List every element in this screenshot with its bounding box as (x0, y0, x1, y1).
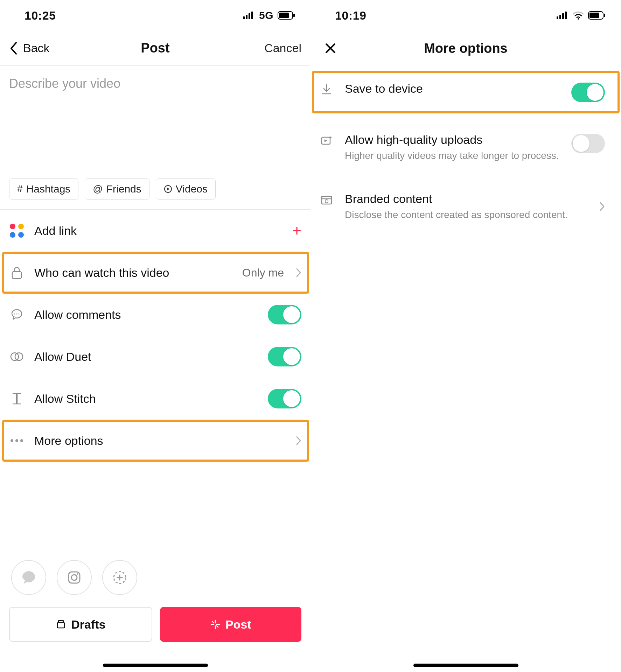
caption-field[interactable]: Describe your video (0, 66, 310, 178)
status-time: 10:25 (25, 9, 56, 22)
status-bar: 10:19 (310, 0, 621, 31)
row-label: More options (34, 434, 284, 448)
battery-icon (588, 11, 606, 20)
chip-label: Videos (176, 183, 208, 195)
svg-rect-2 (249, 13, 250, 19)
allow-comments-row[interactable]: Allow comments (0, 294, 310, 336)
post-button[interactable]: Post (160, 607, 302, 642)
option-label: Save to device (345, 82, 561, 96)
svg-point-17 (77, 573, 78, 575)
branded-content-icon (319, 194, 334, 206)
chevron-right-icon (296, 436, 301, 446)
page-title: More options (310, 41, 621, 56)
wifi-icon (573, 11, 584, 20)
row-value: Only me (242, 266, 284, 279)
option-label: Allow high-quality uploads (345, 133, 561, 147)
share-stories-button[interactable] (102, 560, 137, 595)
cancel-button[interactable]: Cancel (264, 41, 301, 55)
more-options-icon (9, 439, 25, 442)
option-description: Disclose the content created as sponsore… (345, 209, 589, 220)
post-icon (210, 619, 221, 630)
cellular-signal-icon (557, 12, 568, 19)
allow-comments-toggle[interactable] (268, 305, 301, 324)
close-button[interactable] (320, 42, 336, 54)
svg-line-28 (217, 626, 218, 627)
caption-tools-row: # Hashtags @ Friends Videos (0, 178, 310, 209)
who-can-watch-row[interactable]: Who can watch this video Only me (0, 252, 310, 294)
status-bar: 10:25 5G (0, 0, 310, 31)
post-screen: 10:25 5G Back Post Cancel (0, 0, 310, 672)
chevron-right-icon (599, 202, 605, 211)
home-indicator (413, 664, 518, 667)
drafts-icon (56, 619, 66, 630)
svg-rect-30 (559, 15, 561, 19)
add-link-row[interactable]: Add link + (0, 210, 310, 252)
svg-point-10 (14, 313, 15, 314)
svg-point-12 (18, 313, 19, 314)
play-circle-icon (164, 185, 172, 193)
hq-upload-icon (319, 134, 334, 147)
option-label: Branded content (345, 192, 589, 206)
chip-label: Friends (106, 183, 141, 195)
hq-uploads-toggle[interactable] (571, 134, 605, 153)
option-description: Higher quality videos may take longer to… (345, 150, 561, 161)
status-time: 10:19 (335, 9, 366, 22)
row-label: Allow Duet (34, 350, 258, 364)
cellular-signal-icon (243, 12, 255, 19)
videos-chip[interactable]: Videos (156, 178, 216, 200)
friends-chip[interactable]: @ Friends (85, 178, 149, 200)
row-label: Who can watch this video (34, 266, 232, 280)
allow-stitch-toggle[interactable] (268, 389, 301, 408)
svg-marker-42 (325, 139, 327, 142)
nav-bar: Back Post Cancel (0, 31, 310, 66)
svg-rect-9 (12, 272, 21, 279)
network-label: 5G (259, 9, 273, 21)
row-label: Allow comments (34, 308, 258, 322)
plus-icon: + (292, 222, 301, 239)
svg-rect-6 (293, 14, 295, 17)
svg-rect-5 (279, 13, 289, 18)
nav-bar: More options (310, 31, 621, 66)
svg-rect-21 (57, 623, 64, 628)
drafts-button[interactable]: Drafts (9, 607, 152, 642)
caption-placeholder: Describe your video (9, 76, 301, 91)
home-indicator (103, 664, 208, 667)
cancel-label: Cancel (264, 41, 301, 55)
share-instagram-button[interactable] (57, 560, 92, 595)
svg-line-27 (212, 622, 214, 623)
allow-duet-row[interactable]: Allow Duet (0, 336, 310, 378)
more-options-row[interactable]: More options (0, 420, 310, 462)
svg-rect-35 (589, 13, 599, 18)
save-to-device-row[interactable]: Save to device (310, 73, 621, 111)
svg-rect-22 (58, 621, 63, 622)
save-to-device-toggle[interactable] (571, 83, 605, 102)
comment-icon (9, 308, 25, 321)
battery-icon (278, 11, 295, 20)
allow-stitch-row[interactable]: Allow Stitch (0, 378, 310, 420)
bottom-bar: Drafts Post (0, 553, 310, 672)
svg-point-11 (16, 313, 17, 314)
close-icon (325, 42, 336, 54)
share-chat-button[interactable] (11, 560, 46, 595)
svg-marker-47 (325, 200, 328, 203)
back-button[interactable]: Back (9, 41, 50, 55)
svg-rect-46 (322, 196, 332, 199)
svg-rect-36 (604, 14, 605, 17)
svg-point-33 (578, 18, 579, 20)
chip-label: Hashtags (26, 183, 71, 195)
svg-rect-31 (562, 13, 564, 19)
chevron-left-icon (9, 41, 18, 55)
row-label: Add link (34, 224, 282, 238)
lock-icon (9, 266, 25, 279)
duet-icon (9, 351, 25, 362)
branded-content-row[interactable]: Branded content Disclose the content cre… (310, 183, 621, 230)
svg-rect-1 (246, 15, 247, 19)
stitch-icon (9, 392, 25, 405)
hashtags-chip[interactable]: # Hashtags (9, 178, 78, 200)
allow-duet-toggle[interactable] (268, 347, 301, 366)
hq-uploads-row[interactable]: Allow high-quality uploads Higher qualit… (310, 124, 621, 170)
drafts-label: Drafts (71, 618, 105, 631)
back-label: Back (23, 41, 50, 55)
svg-point-16 (71, 575, 77, 580)
svg-rect-32 (565, 12, 567, 19)
